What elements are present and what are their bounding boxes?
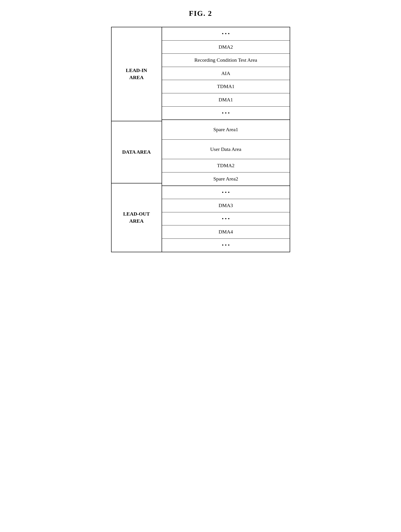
cell-text: DMA3 bbox=[219, 202, 233, 209]
diagram: LEAD-INAREA DATA AREA LEAD-OUTAREA • • •… bbox=[111, 27, 290, 252]
right-cell-dma3: DMA3 bbox=[162, 199, 290, 212]
right-cell-user-data: User Data Area bbox=[162, 140, 290, 159]
cell-text: TDMA1 bbox=[217, 83, 235, 90]
figure-title: FIG. 2 bbox=[111, 9, 290, 18]
cell-text: • • • bbox=[222, 215, 230, 222]
cell-text: User Data Area bbox=[210, 146, 241, 153]
left-column: LEAD-INAREA DATA AREA LEAD-OUTAREA bbox=[111, 27, 162, 252]
cell-text: DMA1 bbox=[219, 96, 233, 103]
cell-text: Recording Condition Test Area bbox=[194, 57, 257, 63]
cell-text: DMA2 bbox=[219, 44, 233, 51]
right-cell-dma4: DMA4 bbox=[162, 225, 290, 239]
right-cell-dots4: • • • bbox=[162, 212, 290, 226]
data-area-label: DATA AREA bbox=[111, 121, 162, 184]
right-cell-dma1: DMA1 bbox=[162, 93, 290, 107]
lead-in-label: LEAD-INAREA bbox=[111, 27, 162, 121]
cell-text: • • • bbox=[222, 242, 230, 249]
right-cell-spare-area2: Spare Area2 bbox=[162, 172, 290, 186]
lead-out-label: LEAD-OUTAREA bbox=[111, 184, 162, 252]
cell-text: Spare Area1 bbox=[213, 126, 238, 133]
page-container: FIG. 2 LEAD-INAREA DATA AREA LEAD-OUTARE… bbox=[111, 9, 290, 252]
cell-text: • • • bbox=[222, 31, 230, 37]
cell-text: • • • bbox=[222, 189, 230, 196]
cell-text: Spare Area2 bbox=[213, 176, 238, 182]
right-cell-dma2: DMA2 bbox=[162, 41, 290, 54]
right-cell-dots5: • • • bbox=[162, 239, 290, 252]
cell-text: • • • bbox=[222, 110, 230, 116]
cell-text: TDMA2 bbox=[217, 162, 235, 169]
right-cell-recording-condition: Recording Condition Test Area bbox=[162, 54, 290, 67]
right-cell-spare-area1: Spare Area1 bbox=[162, 120, 290, 140]
right-cell-dots3: • • • bbox=[162, 186, 290, 199]
right-column: • • • DMA2 Recording Condition Test Area… bbox=[162, 27, 290, 252]
cell-text: AIA bbox=[221, 70, 230, 77]
right-cell-tdma2: TDMA2 bbox=[162, 159, 290, 172]
right-cell-tdma1: TDMA1 bbox=[162, 80, 290, 93]
cell-text: DMA4 bbox=[219, 229, 233, 235]
right-cell-dots1: • • • bbox=[162, 27, 290, 41]
right-cell-dots2: • • • bbox=[162, 107, 290, 120]
right-cell-aia: AIA bbox=[162, 67, 290, 80]
